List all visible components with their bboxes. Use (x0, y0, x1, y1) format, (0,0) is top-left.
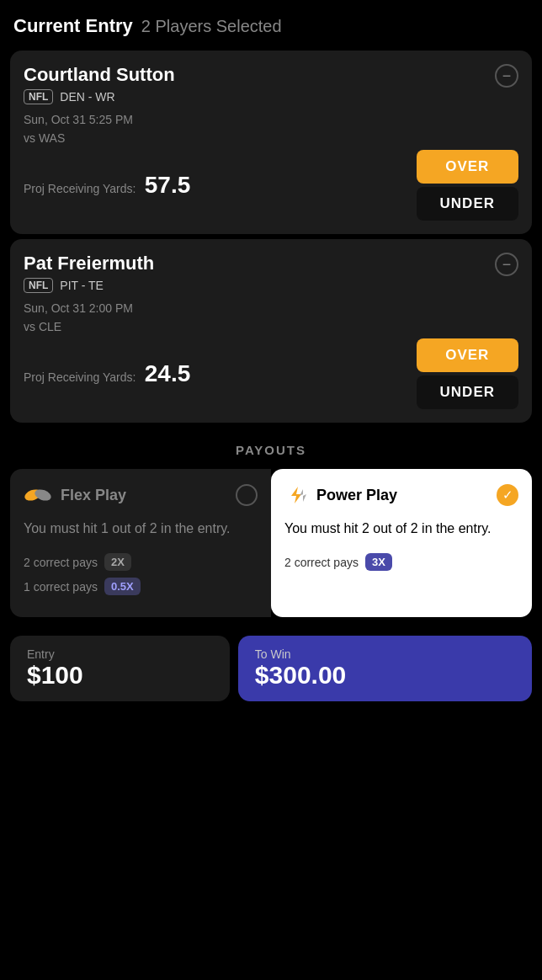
power-play-description: You must hit 2 out of 2 in the entry. (284, 519, 518, 538)
player-2-team: PIT - TE (60, 279, 104, 292)
header-title: Current Entry (13, 15, 133, 37)
flex-pays-badge-2: 0.5X (104, 578, 141, 595)
to-win-value: $300.00 (255, 661, 515, 690)
power-card-header: Power Play ✓ (284, 484, 518, 506)
play-type-row: Flex Play You must hit 1 out of 2 in the… (10, 469, 532, 617)
flex-icon (24, 485, 52, 505)
header-subtitle: 2 Players Selected (141, 17, 282, 36)
power-pays-label-1: 2 correct pays (284, 556, 359, 569)
to-win-label: To Win (255, 647, 515, 661)
player-1-name: Courtland Sutton (24, 64, 175, 86)
remove-player-2-button[interactable]: − (495, 253, 518, 276)
entry-value: $100 (27, 661, 213, 690)
to-win-box[interactable]: To Win $300.00 (238, 636, 532, 701)
player-1-over-under: OVER UNDER (417, 150, 518, 221)
power-title-row: Power Play (284, 485, 397, 505)
player-card-2-top: Pat Freiermuth NFL PIT - TE Sun, Oct 31 … (24, 253, 518, 338)
flex-play-radio[interactable] (236, 484, 258, 506)
player-1-proj-label: Proj Receiving Yards: (24, 182, 136, 195)
flex-play-title: Flex Play (61, 487, 126, 504)
power-play-check[interactable]: ✓ (497, 484, 518, 506)
player-1-under-button[interactable]: UNDER (417, 187, 518, 221)
player-1-bottom: Proj Receiving Yards: 57.5 OVER UNDER (24, 150, 518, 221)
player-2-info: Pat Freiermuth NFL PIT - TE Sun, Oct 31 … (24, 253, 154, 338)
flex-pays-row-2: 1 correct pays 0.5X (24, 578, 258, 595)
player-card-1: Courtland Sutton NFL DEN - WR Sun, Oct 3… (10, 51, 532, 234)
player-2-league: NFL (24, 278, 53, 293)
player-2-bottom: Proj Receiving Yards: 24.5 OVER UNDER (24, 338, 518, 409)
flex-pays-label-2: 1 correct pays (24, 580, 98, 594)
entry-box: Entry $100 (10, 636, 230, 701)
flex-play-card[interactable]: Flex Play You must hit 1 out of 2 in the… (10, 469, 271, 617)
header: Current Entry 2 Players Selected (0, 0, 542, 45)
power-play-card[interactable]: Power Play ✓ You must hit 2 out of 2 in … (271, 469, 532, 617)
power-pays-badge-1: 3X (365, 553, 392, 571)
player-1-over-button[interactable]: OVER (417, 150, 518, 184)
player-2-proj: Proj Receiving Yards: 24.5 (24, 360, 190, 387)
player-2-name: Pat Freiermuth (24, 253, 154, 274)
svg-marker-2 (291, 487, 301, 503)
flex-title-row: Flex Play (24, 485, 126, 505)
player-2-over-under: OVER UNDER (417, 338, 518, 409)
player-1-team: DEN - WR (60, 90, 114, 104)
flex-pays-row-1: 2 correct pays 2X (24, 553, 258, 571)
player-2-meta: NFL PIT - TE (24, 278, 154, 293)
player-card-1-top: Courtland Sutton NFL DEN - WR Sun, Oct 3… (24, 64, 518, 150)
player-2-under-button[interactable]: UNDER (417, 375, 518, 409)
entry-label: Entry (27, 647, 213, 661)
player-card-2: Pat Freiermuth NFL PIT - TE Sun, Oct 31 … (10, 239, 532, 423)
flex-card-header: Flex Play (24, 484, 258, 506)
flex-pays-badge-1: 2X (104, 553, 131, 571)
player-1-info: Courtland Sutton NFL DEN - WR Sun, Oct 3… (24, 64, 175, 150)
flex-play-description: You must hit 1 out of 2 in the entry. (24, 519, 258, 538)
power-play-title: Power Play (316, 487, 397, 504)
remove-player-1-button[interactable]: − (495, 64, 518, 88)
player-2-over-button[interactable]: OVER (417, 338, 518, 372)
flex-pays-label-1: 2 correct pays (24, 556, 98, 569)
player-2-vs: vs CLE (24, 320, 154, 333)
player-1-game-date: Sun, Oct 31 5:25 PM (24, 113, 175, 126)
player-2-game-date: Sun, Oct 31 2:00 PM (24, 301, 154, 315)
player-2-proj-value: 24.5 (145, 360, 191, 386)
svg-marker-3 (300, 489, 306, 502)
player-1-league: NFL (24, 89, 53, 104)
player-1-vs: vs WAS (24, 131, 175, 145)
payouts-header: PAYOUTS (0, 443, 542, 457)
power-icon (284, 485, 308, 505)
power-pays-row-1: 2 correct pays 3X (284, 553, 518, 571)
player-2-proj-label: Proj Receiving Yards: (24, 370, 136, 384)
player-1-meta: NFL DEN - WR (24, 89, 175, 104)
player-1-proj: Proj Receiving Yards: 57.5 (24, 172, 190, 199)
player-1-proj-value: 57.5 (145, 172, 191, 198)
footer: Entry $100 To Win $300.00 (10, 636, 532, 701)
